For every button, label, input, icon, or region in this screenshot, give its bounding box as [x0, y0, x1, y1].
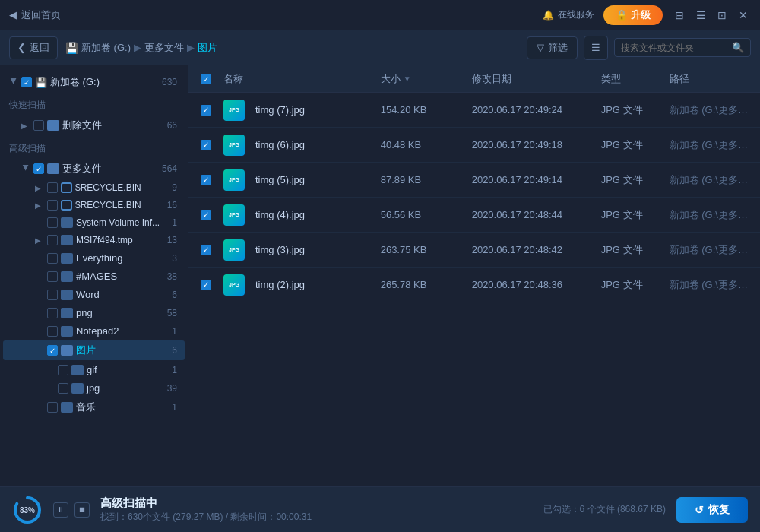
row-name-col-2: JPG timg (5).jpg	[223, 169, 381, 191]
expand-recycle2-icon: ▶	[35, 201, 44, 210]
recycle2-icon	[61, 200, 72, 211]
system-folder-icon	[61, 217, 73, 228]
table-row[interactable]: JPG timg (5).jpg 87.89 KB 2020.06.17 20:…	[188, 163, 760, 198]
mages-count: 38	[167, 271, 177, 282]
file-checkbox-3[interactable]	[201, 210, 211, 220]
back-home-btn[interactable]: ◀ 返回首页	[9, 8, 61, 22]
maximize-button[interactable]: ☰	[693, 8, 708, 23]
sidebar-item-music[interactable]: ▶ 音乐 1	[3, 397, 185, 417]
music-folder-icon	[61, 402, 73, 413]
sidebar-item-system[interactable]: ▶ System Volume Inf... 1	[3, 214, 185, 231]
file-checkbox-5[interactable]	[201, 280, 211, 290]
upgrade-label: 升级	[631, 8, 651, 22]
file-checkbox-0[interactable]	[201, 105, 211, 116]
file-path-3: 新加卷 (G:\更多文件...	[670, 208, 748, 222]
sidebar-item-delete[interactable]: ▶ 删除文件 66	[3, 116, 185, 135]
root-count: 630	[162, 77, 177, 87]
system-checkbox[interactable]	[47, 217, 58, 228]
breadcrumb-sep1: ▶	[134, 42, 141, 53]
jpg-checkbox[interactable]	[58, 383, 68, 394]
msi-checkbox[interactable]	[47, 235, 58, 245]
file-checkbox-1[interactable]	[201, 140, 211, 150]
msi-label: MSI7f494.tmp	[76, 235, 133, 245]
filter-button[interactable]: ▽ 筛选	[527, 36, 578, 59]
menu-icon-button[interactable]: ☰	[584, 36, 608, 60]
header-check-col	[201, 73, 223, 85]
expand-msi-icon: ▶	[35, 236, 44, 245]
restore-button[interactable]: ↺ 恢复	[676, 497, 748, 523]
pause-button[interactable]: ⏸	[53, 502, 68, 518]
root-checkbox[interactable]	[21, 77, 32, 87]
notepad-checkbox[interactable]	[47, 326, 58, 337]
everything-checkbox[interactable]	[47, 253, 58, 264]
word-folder-icon	[61, 290, 73, 300]
png-label: png	[76, 307, 93, 318]
row-check-col-3	[201, 210, 223, 220]
pictures-checkbox[interactable]	[47, 345, 58, 356]
file-type-0: JPG 文件	[601, 103, 670, 117]
sidebar-item-notepad[interactable]: ▶ Notepad2 1	[3, 322, 185, 340]
more-files-checkbox[interactable]	[33, 163, 44, 174]
table-row[interactable]: JPG timg (4).jpg 56.56 KB 2020.06.17 20:…	[188, 198, 760, 233]
sidebar-item-word[interactable]: ▶ Word 6	[3, 286, 185, 303]
file-checkbox-4[interactable]	[201, 245, 211, 255]
back-label: 返回	[30, 41, 49, 55]
sidebar-item-more-files[interactable]: ▶ 更多文件 564	[3, 159, 185, 179]
sidebar-item-recycle2[interactable]: ▶ $RECYCLE.BIN 16	[3, 197, 185, 214]
breadcrumb-root[interactable]: 新加卷 (G:)	[81, 41, 131, 55]
table-row[interactable]: JPG timg (7).jpg 154.20 KB 2020.06.17 20…	[188, 93, 760, 128]
file-name-2: timg (5).jpg	[255, 174, 305, 185]
file-checkbox-2[interactable]	[201, 175, 211, 185]
breadcrumb-more[interactable]: 更多文件	[144, 41, 184, 55]
sidebar-item-jpg[interactable]: ▶ jpg 39	[3, 379, 185, 397]
sidebar-item-mages[interactable]: ▶ #MAGES 38	[3, 268, 185, 285]
png-folder-icon	[61, 308, 73, 318]
file-date-3: 2020.06.17 20:48:44	[472, 209, 601, 220]
back-button[interactable]: ❮ 返回	[9, 36, 58, 59]
sidebar-item-msi[interactable]: ▶ MSI7f494.tmp 13	[3, 232, 185, 249]
recycle1-checkbox[interactable]	[47, 182, 58, 193]
msi-folder-icon	[61, 235, 73, 245]
sidebar-item-root[interactable]: ▶ 💾 新加卷 (G:) 630	[3, 72, 185, 92]
sidebar: ▶ 💾 新加卷 (G:) 630 快速扫描 ▶ 删除文件 66 高级扫描 ▶ 更…	[0, 65, 188, 486]
title-bar: ◀ 返回首页 🔔 在线服务 🔒 升级 ⊟ ☰ ⊡ ✕	[0, 0, 760, 30]
back-home-label: 返回首页	[21, 8, 61, 22]
system-label: System Volume Inf...	[76, 217, 160, 228]
minimize-button[interactable]: ⊟	[672, 8, 687, 23]
table-row[interactable]: JPG timg (6).jpg 40.48 KB 2020.06.17 20:…	[188, 128, 760, 163]
sidebar-item-pictures[interactable]: ▶ 图片 6	[3, 340, 185, 360]
close-button[interactable]: ✕	[736, 8, 751, 23]
restore-label: 恢复	[708, 503, 730, 517]
scan-info: 高级扫描中 找到：630个文件 (279.27 MB) / 剩余时间：00:00…	[100, 496, 533, 524]
bottom-status: 已勾选：6 个文件 (868.67 KB)	[543, 503, 666, 516]
music-checkbox[interactable]	[47, 402, 58, 413]
restore-button[interactable]: ⊡	[714, 8, 730, 23]
gif-checkbox[interactable]	[58, 365, 68, 375]
table-row[interactable]: JPG timg (2).jpg 265.78 KB 2020.06.17 20…	[188, 268, 760, 302]
header-path-label: 路径	[670, 73, 689, 84]
upgrade-button[interactable]: 🔒 升级	[603, 5, 663, 25]
file-name-5: timg (2).jpg	[255, 279, 305, 290]
select-all-checkbox[interactable]	[201, 74, 211, 84]
recycle1-label: $RECYCLE.BIN	[75, 182, 141, 193]
stop-button[interactable]: ⏹	[74, 502, 90, 518]
online-service[interactable]: 🔔 在线服务	[543, 8, 594, 21]
file-path-2: 新加卷 (G:\更多文件...	[670, 173, 748, 187]
scan-detail: 找到：630个文件 (279.27 MB) / 剩余时间：00:00:31	[100, 511, 533, 524]
sidebar-item-png[interactable]: ▶ png 58	[3, 304, 185, 321]
file-type-4: JPG 文件	[601, 243, 670, 257]
delete-checkbox[interactable]	[33, 120, 44, 131]
search-input[interactable]	[621, 43, 727, 53]
file-name-1: timg (6).jpg	[255, 139, 305, 150]
table-row[interactable]: JPG timg (3).jpg 263.75 KB 2020.06.17 20…	[188, 233, 760, 268]
filter-label: 筛选	[548, 41, 568, 55]
recycle2-checkbox[interactable]	[47, 200, 58, 211]
mages-checkbox[interactable]	[47, 271, 58, 282]
sidebar-item-everything[interactable]: ▶ Everything 3	[3, 249, 185, 267]
sidebar-item-recycle1[interactable]: ▶ $RECYCLE.BIN 9	[3, 179, 185, 196]
file-name-3: timg (4).jpg	[255, 209, 305, 220]
sidebar-item-gif[interactable]: ▶ gif 1	[3, 361, 185, 378]
header-size-col[interactable]: 大小 ▼	[381, 72, 472, 86]
png-checkbox[interactable]	[47, 308, 58, 318]
word-checkbox[interactable]	[47, 290, 58, 300]
